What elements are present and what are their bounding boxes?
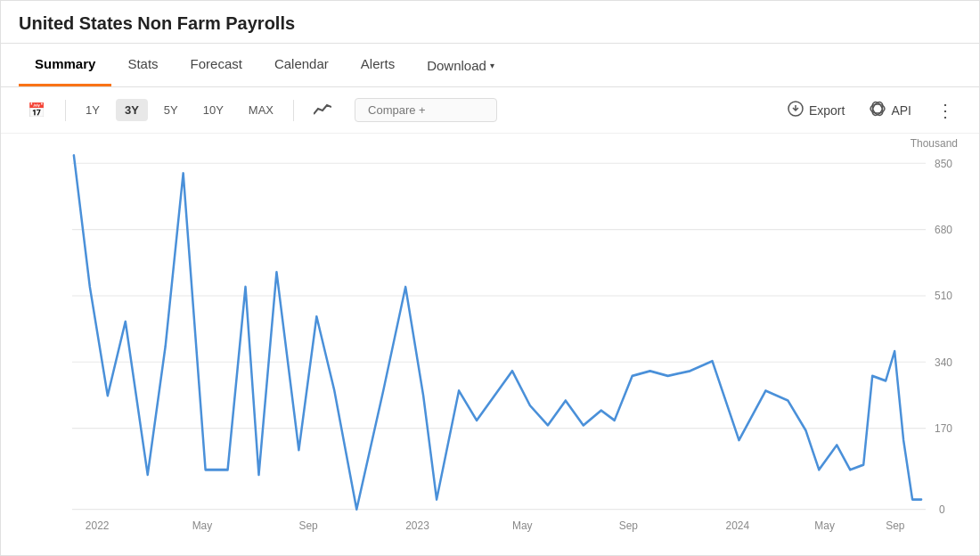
api-label: API xyxy=(891,103,911,118)
svg-point-3 xyxy=(870,101,886,117)
tab-forecast[interactable]: Forecast xyxy=(175,44,258,86)
export-label: Export xyxy=(809,103,845,118)
svg-text:May: May xyxy=(814,519,835,532)
svg-text:340: 340 xyxy=(935,356,952,369)
svg-text:850: 850 xyxy=(935,157,952,170)
toolbar-right: Export API ⋮ xyxy=(780,96,961,124)
more-options-button[interactable]: ⋮ xyxy=(929,98,961,123)
calendar-icon: 📅 xyxy=(28,102,45,118)
svg-text:May: May xyxy=(192,519,213,532)
chart-area: Thousand .grid-line { stroke: #e8e8e8; s… xyxy=(1,134,979,556)
chart-svg: .grid-line { stroke: #e8e8e8; stroke-wid… xyxy=(19,134,961,549)
svg-text:Sep: Sep xyxy=(886,519,904,532)
nav-tabs: Summary Stats Forecast Calendar Alerts D… xyxy=(1,44,979,87)
tab-download[interactable]: Download ▾ xyxy=(411,45,510,86)
svg-text:2023: 2023 xyxy=(405,519,429,532)
api-icon xyxy=(870,101,886,119)
page-container: United States Non Farm Payrolls Summary … xyxy=(0,0,980,556)
svg-text:May: May xyxy=(512,519,533,532)
svg-text:0: 0 xyxy=(939,503,945,516)
toolbar-separator-1 xyxy=(65,100,66,121)
tab-stats[interactable]: Stats xyxy=(111,44,174,86)
svg-text:2022: 2022 xyxy=(86,519,110,532)
page-title: United States Non Farm Payrolls xyxy=(1,1,979,44)
svg-text:Sep: Sep xyxy=(298,519,317,532)
tab-calendar[interactable]: Calendar xyxy=(258,44,345,86)
api-button[interactable]: API xyxy=(862,96,919,124)
svg-text:510: 510 xyxy=(935,290,952,303)
chevron-down-icon: ▾ xyxy=(490,61,494,70)
svg-text:170: 170 xyxy=(935,422,952,436)
range-10y-button[interactable]: 10Y xyxy=(194,99,233,121)
chart-type-button[interactable] xyxy=(305,97,340,123)
toolbar-separator-2 xyxy=(293,100,294,121)
unit-label: Thousand xyxy=(911,137,958,150)
svg-text:680: 680 xyxy=(935,223,952,236)
line-chart-icon xyxy=(314,105,331,119)
svg-text:Sep: Sep xyxy=(619,519,638,532)
chart-toolbar: 📅 1Y 3Y 5Y 10Y MAX Export xyxy=(1,87,979,134)
tab-summary[interactable]: Summary xyxy=(19,44,111,86)
export-button[interactable]: Export xyxy=(780,96,852,124)
range-3y-button[interactable]: 3Y xyxy=(116,99,148,121)
svg-text:2024: 2024 xyxy=(726,519,750,532)
compare-input[interactable] xyxy=(355,98,497,122)
export-icon xyxy=(788,101,804,119)
range-1y-button[interactable]: 1Y xyxy=(77,99,109,121)
range-max-button[interactable]: MAX xyxy=(240,99,282,121)
calendar-range-button[interactable]: 📅 xyxy=(19,97,54,123)
tab-alerts[interactable]: Alerts xyxy=(345,44,411,86)
range-5y-button[interactable]: 5Y xyxy=(155,99,187,121)
download-label: Download xyxy=(427,58,486,73)
